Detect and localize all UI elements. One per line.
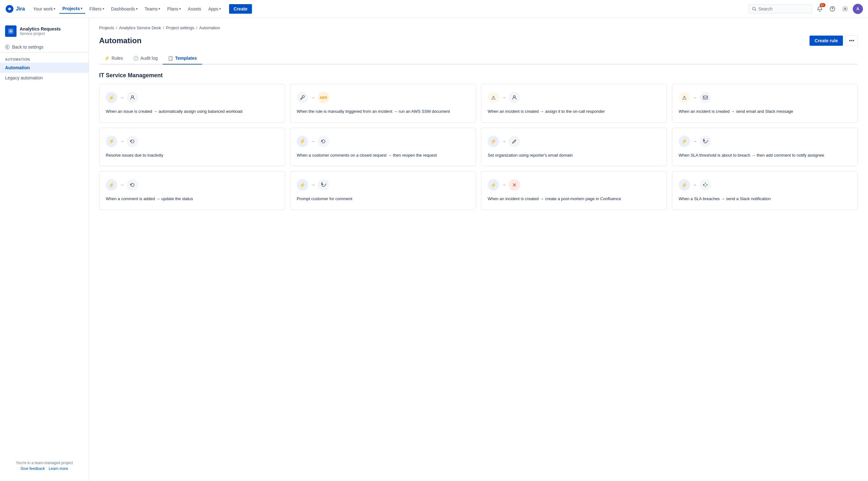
tab-audit-log[interactable]: 🕐 Audit log	[128, 53, 163, 64]
card-text-8: When a comment is added → update the sta…	[106, 196, 278, 202]
bolt-icon: ⚡	[106, 179, 117, 191]
card-arrow-3: →	[693, 95, 697, 100]
more-actions-button[interactable]: •••	[845, 35, 858, 46]
card-7[interactable]: ⚡ → When SLA threshold is about to breac…	[672, 128, 858, 166]
svg-point-0	[753, 7, 755, 10]
card-arrow-4: →	[120, 139, 124, 144]
learn-link[interactable]: Learn more	[49, 467, 68, 471]
help-button[interactable]	[827, 4, 837, 14]
card-icons-10: ⚡ →	[488, 179, 660, 191]
nav-dashboards-arrow: ▾	[136, 7, 137, 10]
create-button[interactable]: Create	[229, 4, 252, 14]
cards-grid: ⚡ → When an issue is created → automatic…	[99, 84, 858, 210]
card-2[interactable]: ⚠ → When an incident is created → assign…	[481, 84, 667, 123]
bolt-icon: ⚡	[106, 92, 117, 103]
sidebar-item-legacy-label: Legacy automation	[5, 75, 42, 81]
card-arrow-5: →	[311, 139, 315, 144]
jira-logo-icon	[5, 4, 14, 13]
breadcrumb-sep-2: /	[163, 25, 164, 30]
breadcrumb-automation: Automation	[199, 25, 220, 30]
back-label: Back to settings	[12, 44, 43, 50]
card-9[interactable]: ⚡ → Prompt customer for comment	[290, 171, 476, 210]
sidebar-bottom-text: You're in a team-managed project	[5, 461, 84, 465]
tab-rules[interactable]: ⚡ Rules	[99, 53, 128, 64]
svg-rect-12	[705, 186, 706, 187]
settings-button[interactable]	[840, 4, 850, 14]
search-icon	[752, 7, 756, 11]
breadcrumb-project-settings[interactable]: Project settings	[166, 25, 194, 30]
audit-log-icon: 🕐	[133, 56, 138, 61]
card-0[interactable]: ⚡ → When an issue is created → automatic…	[99, 84, 285, 123]
rules-icon: ⚡	[104, 56, 110, 61]
nav-plans[interactable]: Plans ▾	[164, 4, 184, 13]
svg-point-2	[832, 10, 833, 10]
wrench-icon	[297, 92, 308, 103]
refresh-icon	[318, 179, 329, 191]
card-6[interactable]: ⚡ → Set organization using reporter's em…	[481, 128, 667, 166]
reopen-icon	[127, 179, 138, 191]
sidebar-section-automation: AUTOMATION	[0, 55, 89, 63]
bolt-icon: ⚡	[488, 179, 499, 191]
sidebar-item-automation[interactable]: Automation	[0, 63, 89, 73]
create-rule-button[interactable]: Create rule	[810, 36, 843, 46]
card-arrow-8: →	[120, 182, 124, 187]
search-box[interactable]	[748, 4, 812, 13]
breadcrumb-service-desk[interactable]: Analytics Service Desk	[119, 25, 161, 30]
card-icons-3: ⚠ →	[679, 92, 851, 103]
page-header: Automation Create rule •••	[99, 35, 858, 46]
card-text-5: When a customer comments on a closed req…	[297, 152, 469, 159]
card-arrow-7: →	[693, 139, 697, 144]
nav-teams[interactable]: Teams ▾	[142, 4, 163, 13]
back-to-settings[interactable]: Back to settings	[0, 42, 89, 53]
nav-projects[interactable]: Projects ▾	[59, 4, 86, 14]
tab-templates[interactable]: 📋 Templates	[163, 53, 202, 64]
tabs: ⚡ Rules 🕐 Audit log 📋 Templates	[99, 53, 858, 64]
svg-point-3	[844, 8, 846, 9]
logo[interactable]: Jira	[5, 4, 25, 13]
sidebar-item-legacy-automation[interactable]: Legacy automation	[0, 73, 89, 83]
nav-dashboards[interactable]: Dashboards ▾	[108, 4, 141, 13]
feedback-link[interactable]: Give feedback	[20, 467, 45, 471]
nav-assets[interactable]: Assets	[185, 4, 204, 13]
card-11[interactable]: ⚡ → When a SLA breaches → send a Slack n…	[672, 171, 858, 210]
breadcrumb-sep-1: /	[116, 25, 117, 30]
svg-rect-10	[705, 183, 706, 184]
card-arrow-2: →	[502, 95, 506, 100]
nav-apps-label: Apps	[208, 6, 218, 11]
page-header-actions: Create rule •••	[810, 35, 858, 46]
aws-icon: AWS	[318, 92, 329, 103]
sidebar-item-automation-label: Automation	[5, 65, 30, 70]
nav-your-work[interactable]: Your work ▾	[30, 4, 58, 13]
card-arrow-9: →	[311, 182, 315, 187]
card-icons-7: ⚡ →	[679, 136, 851, 147]
nav-your-work-arrow: ▾	[54, 7, 55, 10]
bolt-icon: ⚡	[297, 179, 308, 191]
project-name: Analytics Requests	[20, 26, 61, 31]
card-1[interactable]: → AWS When the rule is manually triggere…	[290, 84, 476, 123]
nav-plans-label: Plans	[167, 6, 178, 11]
reopen-icon	[127, 136, 138, 147]
nav-filters-arrow: ▾	[103, 7, 104, 10]
search-input[interactable]	[758, 6, 806, 11]
avatar[interactable]: A	[853, 4, 863, 14]
tab-rules-label: Rules	[112, 56, 123, 61]
svg-rect-9	[703, 184, 704, 186]
person-icon	[127, 92, 138, 103]
card-10[interactable]: ⚡ → When an incident is created → create…	[481, 171, 667, 210]
nav-apps[interactable]: Apps ▾	[205, 4, 224, 13]
warning-icon: ⚠	[679, 92, 690, 103]
card-icons-1: → AWS	[297, 92, 469, 103]
templates-icon: 📋	[168, 56, 173, 61]
breadcrumb-projects[interactable]: Projects	[99, 25, 114, 30]
slack-icon	[700, 179, 711, 191]
bolt-icon: ⚡	[488, 136, 499, 147]
card-5[interactable]: ⚡ → When a customer comments on a closed…	[290, 128, 476, 166]
tab-templates-label: Templates	[175, 56, 197, 61]
nav-filters[interactable]: Filters ▾	[86, 4, 107, 13]
refresh-icon	[700, 136, 711, 147]
card-3[interactable]: ⚠ → When an incident is created → send e…	[672, 84, 858, 123]
notifications-button[interactable]: 9+	[815, 4, 825, 14]
card-4[interactable]: ⚡ → Resolve issues due to inactivity	[99, 128, 285, 166]
card-8[interactable]: ⚡ → When a comment is added → update the…	[99, 171, 285, 210]
bolt-icon: ⚡	[106, 136, 117, 147]
